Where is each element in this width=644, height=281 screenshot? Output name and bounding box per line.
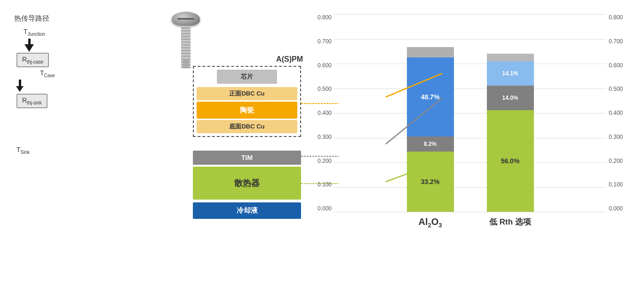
screw-head xyxy=(172,12,200,26)
main-container: 热传导路径 TJunction Rthj-case TCase xyxy=(0,0,644,281)
t-case-label: TCase xyxy=(40,69,55,78)
stacked-bar-al2o3: 48.7% 8.2% 33.2% xyxy=(407,14,454,212)
bar-al2o3-heatsink: 33.2% xyxy=(407,152,454,212)
module-dashed-box: 芯片 正面DBC Cu 陶瓷 底面DBC Cu xyxy=(193,66,301,137)
layer-dbc-bottom: 底面DBC Cu xyxy=(197,120,297,133)
bar-lowrth-dbc: 14.1% xyxy=(487,61,534,86)
x-axis-labels: Al2O3 低 Rth 选项 xyxy=(336,217,604,229)
layer-tim: TIM xyxy=(193,151,301,165)
aspm-label: A(S)PM xyxy=(273,54,306,64)
t-sink-label: TSink xyxy=(16,146,30,155)
bar-al2o3-dbc: 48.7% xyxy=(407,57,454,136)
layer-chip: 芯片 xyxy=(217,70,277,84)
bar-lowrth-tim: 14.0% xyxy=(487,86,534,110)
t-junction-label: TJunction xyxy=(24,28,45,37)
bar-low-rth: 14.1% 14.0% 56.0% xyxy=(487,14,534,212)
layer-ceramic: 陶瓷 xyxy=(197,102,297,119)
layer-coolant: 冷却液 xyxy=(193,202,301,219)
left-thermal-section: 热传导路径 TJunction Rthj-case TCase xyxy=(14,9,136,155)
y-axis-left: 0.800 0.700 0.600 0.500 0.400 0.300 0.20… xyxy=(310,14,332,212)
y-axis-right: 0.800 0.700 0.600 0.500 0.400 0.300 0.20… xyxy=(609,14,630,212)
heat-path-label: 热传导路径 xyxy=(14,14,136,23)
bar-al2o3-tim: 8.2% xyxy=(407,136,454,152)
bars-area: 48.7% 8.2% 33.2% xyxy=(336,14,604,212)
chart-section: 0.800 0.700 0.600 0.500 0.400 0.300 0.20… xyxy=(310,14,630,276)
middle-aspm-section: A(S)PM 芯片 正面DBC Cu 陶瓷 底面DBC Cu xyxy=(132,9,310,273)
bar-al2o3-chip xyxy=(407,47,454,57)
r-thj-sink-box: Rthj-sink xyxy=(16,94,48,108)
layer-dbc-top: 正面DBC Cu xyxy=(197,87,297,100)
bar-lowrth-chip xyxy=(487,54,534,61)
screw-shaft xyxy=(181,26,191,68)
dashed-lines-svg xyxy=(132,9,310,273)
bar-al2o3: 48.7% 8.2% 33.2% xyxy=(407,14,454,212)
bar-lowrth-heatsink: 56.0% xyxy=(487,110,534,212)
screw-illustration xyxy=(169,12,202,78)
x-label-low-rth: 低 Rth 选项 xyxy=(487,217,534,229)
thermal-chain: TJunction Rthj-case TCase xyxy=(14,28,136,155)
r-thj-case-box: Rthj-case xyxy=(16,53,49,67)
layer-heatsink: 散热器 xyxy=(193,167,301,200)
x-label-al2o3: Al2O3 xyxy=(407,217,454,229)
